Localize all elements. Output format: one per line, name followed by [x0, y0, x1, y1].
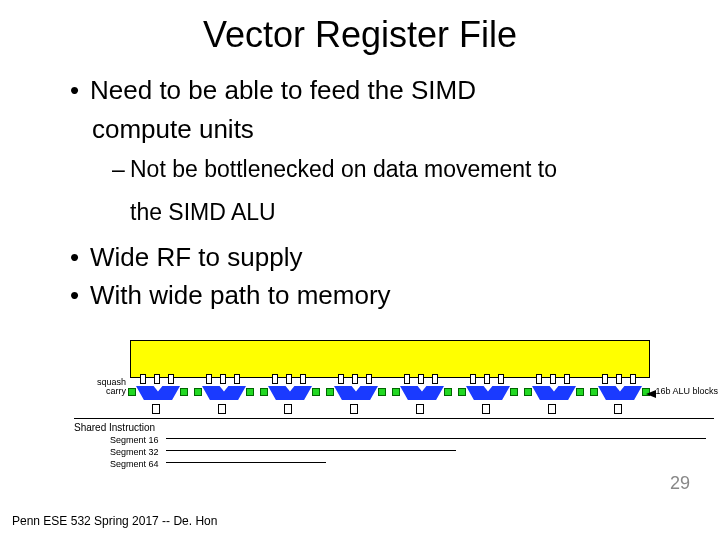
bullet-3-text: With wide path to memory — [90, 280, 391, 310]
segment-32-bar — [166, 450, 456, 451]
carry-block-icon — [510, 388, 518, 396]
sub-bullet-1-text-a: Not be bottlenecked on data movement to — [130, 156, 557, 182]
alu-unit — [592, 378, 650, 418]
segment-16-bar — [166, 438, 706, 439]
alu-unit — [262, 378, 320, 418]
port-icon — [168, 374, 174, 384]
segment-labels: Segment 16 Segment 32 Segment 64 — [110, 434, 159, 470]
port-icon — [338, 374, 344, 384]
segment-16-label: Segment 16 — [110, 434, 159, 446]
carry-block-icon — [246, 388, 254, 396]
carry-block-icon — [312, 388, 320, 396]
port-icon — [272, 374, 278, 384]
port-icon — [154, 374, 160, 384]
alu-unit — [130, 378, 188, 418]
alu-blocks-label: 16b ALU blocks — [655, 386, 718, 396]
segment-64-label: Segment 64 — [110, 458, 159, 470]
alu-unit — [526, 378, 584, 418]
port-icon — [550, 374, 556, 384]
carry-block-icon — [180, 388, 188, 396]
carry-block-icon — [590, 388, 598, 396]
carry-block-icon — [128, 388, 136, 396]
port-icon — [498, 374, 504, 384]
output-port-icon — [614, 404, 622, 414]
alu-row — [130, 378, 650, 418]
port-icon — [140, 374, 146, 384]
port-icon — [366, 374, 372, 384]
slide: Vector Register File •Need to be able to… — [0, 0, 720, 540]
divider-line — [74, 418, 714, 419]
bullet-1-text-b: compute units — [92, 114, 254, 144]
simd-diagram: squash carry — [130, 330, 650, 460]
sub-bullet-1-text-b: the SIMD ALU — [130, 199, 276, 225]
carry-block-icon — [378, 388, 386, 396]
output-port-icon — [350, 404, 358, 414]
bullet-2-text: Wide RF to supply — [90, 242, 302, 272]
output-port-icon — [482, 404, 490, 414]
carry-block-icon — [326, 388, 334, 396]
sub-bullet-1-line2: the SIMD ALU — [70, 198, 700, 227]
carry-block-icon — [392, 388, 400, 396]
slide-title: Vector Register File — [20, 14, 700, 56]
slide-content: •Need to be able to feed the SIMD comput… — [20, 74, 700, 312]
port-icon — [352, 374, 358, 384]
bullet-3: •With wide path to memory — [70, 279, 700, 312]
squash-carry-label: squash carry — [78, 378, 126, 396]
port-icon — [470, 374, 476, 384]
port-icon — [206, 374, 212, 384]
carry-block-icon — [458, 388, 466, 396]
port-icon — [404, 374, 410, 384]
footer-text: Penn ESE 532 Spring 2017 -- De. Hon — [12, 514, 217, 528]
alu-unit — [196, 378, 254, 418]
bullet-1-text-a: Need to be able to feed the SIMD — [90, 75, 476, 105]
register-file-bar — [130, 340, 650, 378]
port-icon — [234, 374, 240, 384]
port-icon — [616, 374, 622, 384]
port-icon — [564, 374, 570, 384]
output-port-icon — [548, 404, 556, 414]
output-port-icon — [284, 404, 292, 414]
port-icon — [630, 374, 636, 384]
port-icon — [300, 374, 306, 384]
carry-block-icon — [260, 388, 268, 396]
carry-block-icon — [444, 388, 452, 396]
alu-unit — [394, 378, 452, 418]
output-port-icon — [416, 404, 424, 414]
port-icon — [602, 374, 608, 384]
bullet-1-line1: •Need to be able to feed the SIMD — [70, 74, 700, 107]
carry-block-icon — [576, 388, 584, 396]
port-icon — [418, 374, 424, 384]
output-port-icon — [152, 404, 160, 414]
port-icon — [286, 374, 292, 384]
shared-instruction-label: Shared Instruction — [74, 422, 155, 433]
port-icon — [484, 374, 490, 384]
segment-32-label: Segment 32 — [110, 446, 159, 458]
page-number: 29 — [670, 473, 690, 494]
carry-block-icon — [524, 388, 532, 396]
alu-unit — [328, 378, 386, 418]
bullet-2: •Wide RF to supply — [70, 241, 700, 274]
carry-block-icon — [194, 388, 202, 396]
segment-64-bar — [166, 462, 326, 463]
output-port-icon — [218, 404, 226, 414]
port-icon — [432, 374, 438, 384]
bullet-1-line2: compute units — [70, 113, 700, 146]
port-icon — [220, 374, 226, 384]
sub-bullet-1-line1: –Not be bottlenecked on data movement to — [70, 155, 700, 184]
alu-unit — [460, 378, 518, 418]
port-icon — [536, 374, 542, 384]
